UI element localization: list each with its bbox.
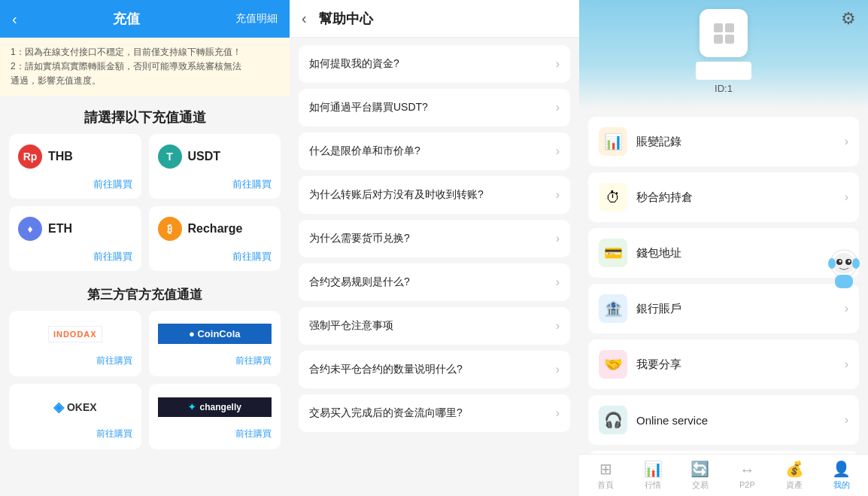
faq-text-6: 合约交易规则是什么? bbox=[309, 275, 410, 289]
menu-item-ledger[interactable]: 📊 賬變記錄 › bbox=[588, 117, 859, 166]
eth-label: ETH bbox=[48, 222, 72, 236]
menu-item-left-online-service: 🎧 Online service bbox=[599, 406, 708, 434]
menu-list: 📊 賬變記錄 › ⏱ 秒合約持倉 › 💳 錢包地址 bbox=[579, 109, 868, 454]
faq-item-9[interactable]: 交易买入完成后的资金流向哪里? › bbox=[299, 394, 570, 432]
nav-home[interactable]: ⊞ 首頁 bbox=[582, 455, 630, 495]
contract-label: 秒合約持倉 bbox=[636, 190, 693, 205]
avatar-dot-4 bbox=[725, 35, 734, 44]
thb-label: THB bbox=[48, 150, 73, 163]
settings-button[interactable]: ⚙ bbox=[841, 9, 856, 29]
faq-item-7[interactable]: 强制平仓注意事项 › bbox=[299, 307, 570, 345]
channel-card-usdt[interactable]: T USDT 前往購買 bbox=[149, 134, 281, 199]
faq-text-3: 什么是限价单和市价单? bbox=[309, 145, 420, 158]
okex-logo-area: ◈OKEX bbox=[18, 393, 132, 421]
faq-text-5: 为什么需要货币兑换? bbox=[309, 232, 410, 245]
online-service-label: Online service bbox=[636, 414, 708, 427]
avatar-dot-2 bbox=[725, 23, 734, 32]
changelly-logo-area: ✦ changelly bbox=[158, 393, 272, 421]
faq-text-9: 交易买入完成后的资金流向哪里? bbox=[309, 406, 463, 420]
help-back-button[interactable]: ‹ bbox=[302, 10, 307, 27]
coin-row-usdt: T USDT bbox=[158, 145, 221, 169]
faq-chevron-7: › bbox=[556, 319, 560, 333]
avatar-inner bbox=[711, 20, 737, 47]
menu-item-share[interactable]: 🤝 我要分享 › bbox=[588, 339, 859, 389]
faq-chevron-8: › bbox=[556, 363, 560, 376]
notice-text: 1：因為在線支付接口不穩定，目前僅支持線下轉賬充值！2：請如實填寫實際轉賬金額，… bbox=[11, 47, 241, 86]
coincola-logo: ● CoinCola bbox=[158, 324, 272, 344]
nav-assets[interactable]: 💰 資產 bbox=[771, 455, 818, 495]
thb-icon: Rp bbox=[18, 145, 42, 169]
menu-item-contract[interactable]: ⏱ 秒合約持倉 › bbox=[588, 172, 859, 222]
trade-icon: 🔄 bbox=[690, 460, 709, 478]
recharge-icon: ₿ bbox=[158, 217, 182, 241]
nav-p2p[interactable]: ↔ P2P bbox=[724, 457, 771, 494]
share-label: 我要分享 bbox=[636, 358, 681, 372]
share-chevron: › bbox=[845, 358, 848, 371]
bank-chevron: › bbox=[845, 302, 848, 315]
faq-item-5[interactable]: 为什么需要货币兑换? › bbox=[299, 220, 570, 257]
online-service-chevron: › bbox=[845, 413, 848, 427]
recharge-label: Recharge bbox=[188, 222, 243, 236]
contract-icon-box: ⏱ bbox=[599, 183, 627, 211]
recharge-panel: ‹ 充值 充值明細 1：因為在線支付接口不穩定，目前僅支持線下轉賬充值！2：請如… bbox=[0, 0, 290, 496]
faq-item-6[interactable]: 合约交易规则是什么? › bbox=[299, 263, 570, 301]
okex-logo: ◈OKEX bbox=[50, 396, 100, 418]
market-icon: 📊 bbox=[644, 460, 663, 478]
eth-buy-link[interactable]: 前往購買 bbox=[93, 250, 132, 263]
coin-row-eth: ♦ ETH bbox=[18, 217, 72, 241]
faq-item-2[interactable]: 如何通過平台購買USDT? › bbox=[299, 89, 570, 126]
recharge-scroll: 1：因為在線支付接口不穩定，目前僅支持線下轉賬充值！2：請如實填寫實際轉賬金額，… bbox=[0, 38, 290, 496]
faq-item-3[interactable]: 什么是限价单和市价单? › bbox=[299, 132, 570, 170]
contract-icon: ⏱ bbox=[605, 189, 621, 206]
svg-point-6 bbox=[828, 258, 836, 269]
history-link[interactable]: 充值明細 bbox=[235, 12, 278, 26]
thb-buy-link[interactable]: 前往購買 bbox=[93, 178, 132, 191]
bank-label: 銀行賬戶 bbox=[636, 302, 681, 316]
help-title: 幫助中心 bbox=[319, 10, 373, 28]
menu-item-wallet[interactable]: 💳 錢包地址 › bbox=[588, 228, 859, 278]
faq-text-1: 如何提取我的資金? bbox=[309, 57, 399, 71]
channel-card-thb[interactable]: Rp THB 前往購買 bbox=[9, 134, 141, 199]
faq-item-4[interactable]: 为什么转账后对方没有及时收到转账? › bbox=[299, 176, 570, 214]
wallet-label: 錢包地址 bbox=[636, 246, 681, 260]
menu-item-left-ledger: 📊 賬變記錄 bbox=[599, 127, 681, 156]
online-service-icon-box: 🎧 bbox=[599, 406, 627, 434]
usdt-buy-link[interactable]: 前往購買 bbox=[232, 178, 272, 191]
menu-item-online-service[interactable]: 🎧 Online service › bbox=[588, 395, 859, 445]
menu-item-bank[interactable]: 🏦 銀行賬戶 › bbox=[588, 284, 859, 333]
third-card-changelly[interactable]: ✦ changelly 前往購買 bbox=[149, 384, 281, 449]
faq-list: 如何提取我的資金? › 如何通過平台購買USDT? › 什么是限价单和市价单? … bbox=[290, 38, 579, 496]
recharge-title: 充值 bbox=[113, 10, 140, 28]
wallet-icon: 💳 bbox=[604, 244, 623, 262]
indodax-buy-link[interactable]: 前往購買 bbox=[96, 355, 132, 367]
nav-my[interactable]: 👤 我的 bbox=[818, 455, 865, 495]
home-label: 首頁 bbox=[597, 479, 614, 491]
faq-chevron-9: › bbox=[556, 406, 560, 420]
help-panel: ‹ 幫助中心 如何提取我的資金? › 如何通過平台購買USDT? › 什么是限价… bbox=[290, 0, 579, 496]
back-button[interactable]: ‹ bbox=[12, 11, 17, 28]
recharge-header: ‹ 充值 充值明細 bbox=[0, 0, 290, 38]
recharge-buy-link[interactable]: 前往購買 bbox=[232, 250, 272, 263]
faq-chevron-3: › bbox=[556, 145, 560, 158]
nav-market[interactable]: 📊 行情 bbox=[630, 455, 677, 495]
coincola-buy-link[interactable]: 前往購買 bbox=[235, 355, 272, 367]
usdt-icon: T bbox=[158, 145, 182, 169]
support-mascot bbox=[821, 248, 866, 300]
channel-card-eth[interactable]: ♦ ETH 前往購買 bbox=[9, 206, 141, 271]
third-card-coincola[interactable]: ● CoinCola 前往購買 bbox=[149, 311, 281, 376]
menu-item-left-share: 🤝 我要分享 bbox=[599, 350, 681, 379]
svg-point-4 bbox=[839, 260, 842, 263]
changelly-buy-link[interactable]: 前往購買 bbox=[235, 428, 272, 440]
channel-card-recharge[interactable]: ₿ Recharge 前往購買 bbox=[149, 206, 281, 271]
faq-chevron-1: › bbox=[556, 57, 560, 71]
faq-item-8[interactable]: 合约未平仓合约的数量说明什么? › bbox=[299, 351, 570, 388]
nav-trade[interactable]: 🔄 交易 bbox=[676, 455, 724, 495]
faq-text-4: 为什么转账后对方没有及时收到转账? bbox=[309, 188, 484, 202]
third-card-okex[interactable]: ◈OKEX 前往購買 bbox=[9, 384, 141, 449]
third-card-indodax[interactable]: INDODAX 前往購買 bbox=[9, 311, 141, 376]
market-label: 行情 bbox=[645, 479, 661, 491]
svg-point-1 bbox=[833, 253, 854, 274]
contract-chevron: › bbox=[845, 190, 848, 204]
okex-buy-link[interactable]: 前往購買 bbox=[96, 428, 132, 440]
faq-item-1[interactable]: 如何提取我的資金? › bbox=[299, 45, 570, 83]
